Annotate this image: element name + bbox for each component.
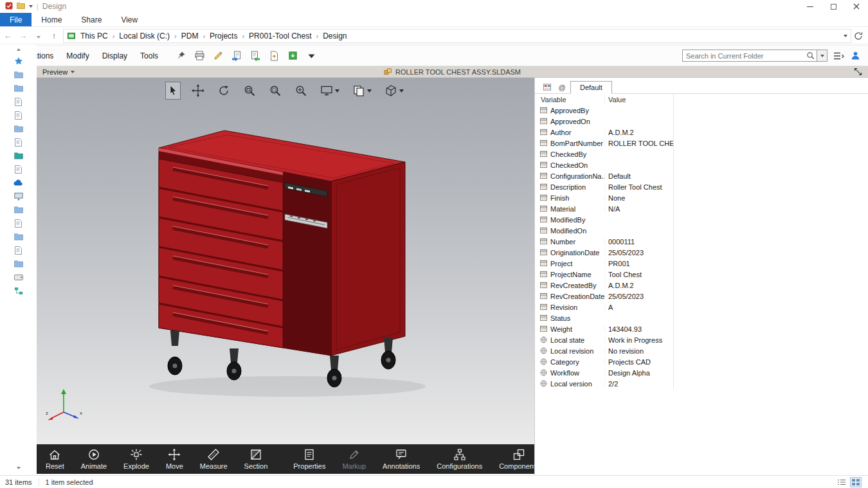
variable-row[interactable]: Number0000111	[535, 236, 673, 247]
address-dropdown-icon[interactable]	[844, 35, 847, 37]
menu-modify[interactable]: Modify	[60, 51, 95, 60]
sign-icon[interactable]	[210, 48, 226, 64]
variable-row[interactable]: RevCreationDate25/05/2023	[535, 291, 673, 302]
doc-icon[interactable]	[14, 111, 23, 120]
close-button[interactable]	[845, 0, 868, 13]
menu-display[interactable]: Display	[96, 51, 134, 60]
thumbnails-view-icon[interactable]	[850, 477, 862, 487]
strip-scroll-up-icon[interactable]	[0, 45, 37, 54]
doc-icon[interactable]	[14, 246, 23, 255]
measure-button[interactable]: Measure	[192, 444, 236, 474]
up-button[interactable]: ↑	[46, 31, 62, 41]
variable-row[interactable]: RevisionA	[535, 302, 673, 312]
maximize-button[interactable]	[822, 0, 845, 13]
variable-row[interactable]: ProjectPR001	[535, 258, 673, 269]
breadcrumb-segment[interactable]: Design	[319, 32, 350, 41]
zoom-area-icon[interactable]	[267, 82, 284, 100]
rotate-icon[interactable]	[215, 82, 232, 100]
new-doc-icon[interactable]	[266, 48, 282, 64]
variable-row[interactable]: Local revisionNo revision	[535, 345, 673, 356]
search-dropdown-icon[interactable]	[817, 50, 827, 61]
tab-default[interactable]: Default	[570, 81, 612, 94]
quick-access-customize-icon[interactable]	[29, 5, 33, 8]
monitor-icon[interactable]	[14, 192, 23, 201]
variable-row[interactable]: OriginationDate25/05/2023	[535, 247, 673, 258]
disk-icon[interactable]	[14, 273, 23, 282]
star-icon[interactable]	[14, 57, 23, 66]
configurations-button[interactable]: Configurations	[428, 444, 491, 474]
get-latest-icon[interactable]	[284, 48, 301, 64]
variable-row[interactable]: ProjectNameTool Chest	[535, 269, 673, 280]
attributes-tab-icon[interactable]: @	[556, 81, 568, 93]
viewer-canvas[interactable]: zx	[37, 78, 534, 444]
variable-row[interactable]: MaterialN/A	[535, 203, 673, 214]
details-view-icon[interactable]	[836, 477, 847, 487]
minimize-button[interactable]	[799, 0, 822, 13]
tab-home[interactable]: Home	[32, 13, 71, 26]
tab-share[interactable]: Share	[71, 13, 111, 26]
breadcrumb-box[interactable]: This PC›Local Disk (C:)›PDM›Projects›PR0…	[63, 29, 851, 43]
folder-icon[interactable]	[14, 124, 23, 133]
doc-icon[interactable]	[14, 97, 23, 106]
folder-icon[interactable]	[14, 232, 23, 241]
breadcrumb-segment[interactable]: This PC	[77, 32, 112, 41]
column-options-icon[interactable]	[833, 51, 845, 60]
breadcrumb-segment[interactable]: PR001-Tool Chest	[245, 32, 315, 41]
view-orientation-icon[interactable]	[383, 82, 406, 100]
section-button[interactable]: Section	[236, 444, 276, 474]
user-icon[interactable]	[851, 51, 860, 60]
animate-button[interactable]: Animate	[73, 444, 115, 474]
menu-tools[interactable]: Tools	[134, 51, 165, 60]
variable-row[interactable]: ModifiedBy	[535, 214, 673, 225]
display-mode-icon[interactable]	[318, 82, 341, 100]
variable-row[interactable]: BomPartNumberROLLER TOOL CHE...	[535, 138, 673, 149]
card-view-tab-icon[interactable]	[541, 81, 554, 93]
folder-icon[interactable]	[14, 151, 23, 160]
doc-icon[interactable]	[14, 219, 23, 228]
refresh-icon[interactable]	[854, 32, 863, 41]
properties-button[interactable]: Properties	[285, 444, 334, 474]
folder-icon[interactable]	[14, 205, 23, 214]
cloud-icon[interactable]	[14, 178, 23, 187]
variable-row[interactable]: AuthorA.D.M.2	[535, 127, 673, 138]
variable-row[interactable]: ModifiedOn	[535, 225, 673, 236]
tab-file[interactable]: File	[0, 13, 32, 26]
variable-row[interactable]: ApprovedBy	[535, 105, 673, 116]
zoom-fit-icon[interactable]	[241, 82, 258, 100]
doc-icon[interactable]	[14, 138, 23, 147]
variable-row[interactable]: WorkflowDesign Alpha	[535, 367, 673, 378]
breadcrumb-segment[interactable]: PDM	[177, 32, 203, 41]
variable-row[interactable]: Weight143404.93	[535, 323, 673, 334]
copy-doc2-icon[interactable]	[247, 48, 264, 64]
compare-icon[interactable]	[350, 82, 374, 100]
back-button[interactable]: ←	[0, 31, 15, 41]
pan-icon[interactable]	[190, 82, 206, 100]
search-icon[interactable]	[806, 50, 817, 61]
more-arrow-icon[interactable]	[303, 48, 320, 64]
reset-button[interactable]: Reset	[37, 444, 73, 474]
zoom-inout-icon[interactable]	[293, 82, 309, 100]
variable-row[interactable]: ApprovedOn	[535, 116, 673, 127]
variable-row[interactable]: Status	[535, 312, 673, 323]
variable-row[interactable]: DescriptionRoller Tool Chest	[535, 181, 673, 192]
explode-button[interactable]: Explode	[115, 444, 158, 474]
variable-row[interactable]: FinishNone	[535, 192, 673, 203]
select-cursor-icon[interactable]	[165, 82, 181, 100]
variable-row[interactable]: RevCreatedByA.D.M.2	[535, 280, 673, 291]
variable-row[interactable]: Local version2/2	[535, 378, 673, 389]
variable-row[interactable]: CategoryProjects CAD	[535, 356, 673, 367]
copy-doc-icon[interactable]	[228, 48, 245, 64]
folder-icon[interactable]	[14, 259, 23, 268]
folder-icon[interactable]	[14, 70, 23, 79]
variable-row[interactable]: ConfigurationNa...Default	[535, 170, 673, 181]
network-icon[interactable]	[14, 286, 23, 295]
annotations-button[interactable]: Annotations	[374, 444, 428, 474]
preview-dropdown[interactable]: Preview	[37, 68, 80, 76]
tab-view[interactable]: View	[111, 13, 147, 26]
strip-scroll-down-icon[interactable]	[0, 464, 37, 473]
full-screen-icon[interactable]	[848, 68, 868, 76]
recent-locations-icon[interactable]	[31, 31, 46, 41]
move-button[interactable]: Move	[158, 444, 192, 474]
breadcrumb-segment[interactable]: Local Disk (C:)	[115, 32, 174, 41]
folder-icon[interactable]	[14, 84, 23, 93]
